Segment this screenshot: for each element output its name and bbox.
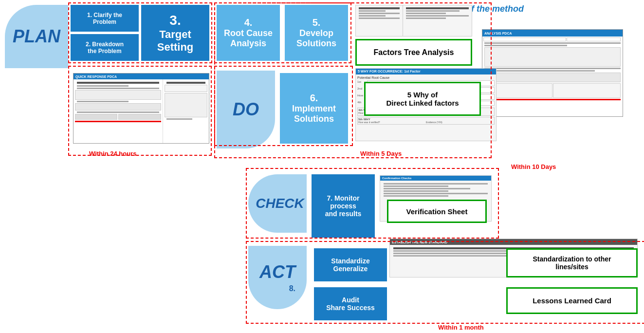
act-red-border xyxy=(246,241,644,324)
plan-label: PLAN xyxy=(13,26,60,47)
plan-shape: PLAN xyxy=(5,5,68,68)
plan-red-border xyxy=(68,2,212,63)
check-red-border xyxy=(246,168,499,239)
timeline-10days: Within 10 Days xyxy=(511,163,556,170)
plan-main-red-border xyxy=(68,66,212,156)
timeline-1month: Within 1 month xyxy=(438,324,484,331)
main-canvas: This is the core of the method PLAN 1. C… xyxy=(0,0,644,333)
rca-main-red-border xyxy=(214,2,492,158)
analysis-pdca-doc: ANALYSIS PDCA xyxy=(482,29,623,117)
